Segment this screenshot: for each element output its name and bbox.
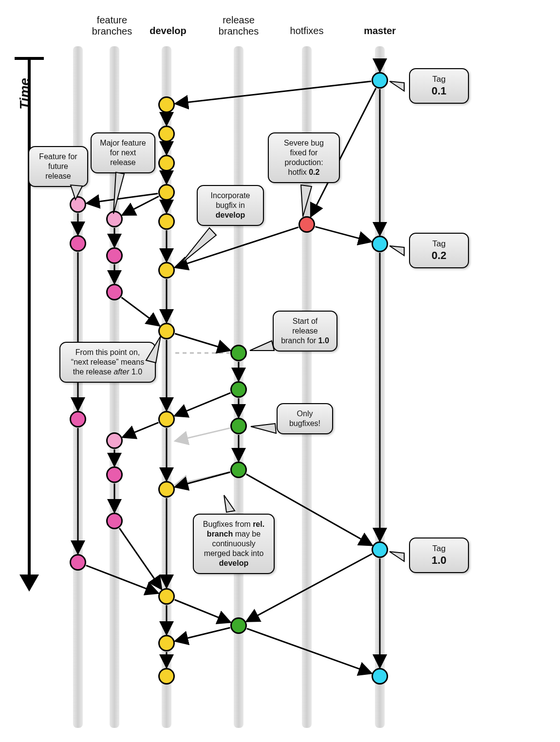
svg-line-43 [175,334,230,351]
commit-r1 [230,381,247,398]
lane-release-label: releasebranches [209,15,268,37]
svg-line-47 [175,393,231,416]
commit-d1 [158,126,175,142]
commit-fb5 [106,513,123,529]
svg-line-38 [121,297,159,326]
commit-m0 [372,72,388,89]
commit-h0 [299,216,315,233]
commit-m1 [372,236,388,252]
commit-d7 [158,411,175,427]
callout-only-bugfixes: Only bugfixes! [277,403,333,434]
callout-rel-merge: Bugfixes from rel. branch may be continu… [193,514,275,574]
callout-start-release: Start of release branch for 1.0 [273,311,337,352]
lane-master-label: master [360,25,399,37]
tag-0-2: Tag0.2 [409,233,469,268]
svg-line-48 [175,472,230,487]
commit-d5 [158,262,175,278]
callout-hotfix: Severe bug fixed for production: hotfix … [268,132,340,183]
commit-m3 [372,668,388,685]
svg-line-15 [175,81,371,104]
commit-r4 [230,617,247,634]
svg-line-52 [175,628,230,641]
commit-d4 [158,213,175,230]
commit-fb4 [106,466,123,483]
commit-fb1 [106,247,123,264]
commit-r3 [230,462,247,478]
lane-hotfixes-label: hotfixes [282,25,331,37]
lane-feature-label: featurebranches [80,15,144,37]
commit-d8 [158,481,175,498]
commit-d10 [158,635,175,651]
callout-feat-major: Major feature for next release [91,132,155,173]
commit-fb2 [106,284,123,300]
callout-from-point: From this point on, “next release” means… [59,342,156,383]
lane-develop-label: develop [146,25,190,37]
commit-m2 [372,541,388,558]
commit-fa0 [70,196,86,213]
commit-d3 [158,184,175,201]
commit-fb3 [106,432,123,449]
commit-fb0 [106,211,123,227]
svg-line-28 [315,227,371,242]
commit-d9 [158,588,175,605]
callout-feat-future: Feature for future release [28,146,88,187]
commit-r2 [230,418,247,434]
svg-line-51 [175,600,231,622]
tag-0-1: Tag0.1 [409,68,469,104]
commit-d0 [158,96,175,113]
tag-1-0: Tag1.0 [409,538,469,573]
commit-fa1 [70,235,86,252]
commit-r0 [230,345,247,361]
commit-fa2 [70,411,86,427]
commit-fa3 [70,554,86,571]
callout-incorporate: Incorporate bugfix in develop [197,185,264,226]
svg-line-8 [175,428,230,441]
svg-line-39 [123,423,159,437]
svg-line-35 [122,196,159,215]
commit-d2 [158,155,175,171]
commit-d11 [158,668,175,685]
commit-d6 [158,323,175,339]
